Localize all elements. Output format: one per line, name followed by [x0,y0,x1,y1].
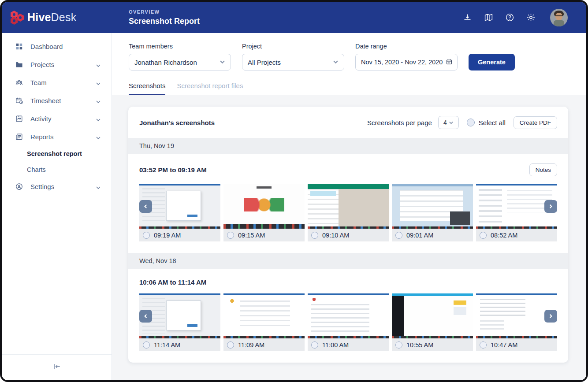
sidebar-item-label: Timesheet [30,97,61,104]
screenshot-image[interactable] [308,293,389,338]
sidebar-item-label: Team [30,79,47,86]
screenshot-image[interactable] [392,293,473,338]
sidebar-item-label: Projects [30,61,54,68]
screenshot-time: 11:09 AM [238,341,264,349]
user-avatar[interactable] [550,9,568,26]
time-group-header: 03:52 PM to 09:19 AM Notes [139,163,557,176]
tab-screenshots[interactable]: Screenshots [129,82,165,95]
page-title: Screenshot Report [129,17,200,26]
map-icon[interactable] [484,13,493,22]
chevron-right-icon [548,314,553,319]
team-icon [15,78,23,87]
screenshot-thumbnail[interactable]: 08:52 AM [476,184,557,241]
sidebar-item-settings[interactable]: Settings [2,178,112,196]
screenshots-panel: Jonathan's screenshots Screenshots per p… [128,107,568,363]
chevron-down-icon [96,62,101,67]
screenshot-image[interactable] [223,184,305,229]
project-label: Project [242,43,344,50]
page-heading: OVERVIEW Screenshot Report [129,9,200,26]
help-icon[interactable] [505,13,514,22]
brand-name: HiveDesk [27,11,76,24]
select-all-checkbox[interactable] [467,119,475,126]
folder-icon [15,60,23,69]
sidebar: Dashboard Projects Team Timesheet Activi… [2,33,112,380]
screenshot-checkbox[interactable] [227,341,234,349]
select-all-control[interactable]: Select all [467,119,506,126]
screenshot-thumbnail[interactable]: 09:01 AM [392,184,473,241]
settings-icon[interactable] [526,13,536,22]
team-members-label: Team members [129,43,231,50]
screenshot-footer: 09:10 AM [308,229,389,241]
notes-button[interactable]: Notes [529,163,557,176]
sidebar-item-dashboard[interactable]: Dashboard [2,37,112,56]
screenshot-footer: 11:09 AM [223,338,305,351]
screenshot-time: 09:10 AM [322,232,349,239]
screenshot-thumbnail[interactable]: 11:00 AM [308,293,389,351]
sidebar-item-projects[interactable]: Projects [2,56,112,74]
sidebar-item-timesheet[interactable]: Timesheet [2,92,112,110]
activity-icon [15,115,23,123]
screenshot-checkbox[interactable] [311,341,318,349]
screenshot-footer: 11:00 AM [308,338,389,351]
screenshot-thumbnail[interactable]: 09:15 AM [223,184,305,241]
screenshot-checkbox[interactable] [480,341,487,349]
screenshot-time: 10:55 AM [406,341,433,349]
screenshot-checkbox[interactable] [227,232,234,239]
brand-logo[interactable]: HiveDesk [2,10,112,25]
time-range-title: 10:06 AM to 11:14 AM [139,278,206,286]
next-arrow-button[interactable] [544,200,557,213]
team-members-select[interactable]: Jonathan Richardson [129,54,231,70]
per-page-value: 4 [443,119,447,126]
screenshot-checkbox[interactable] [143,341,150,349]
screenshot-thumbnail[interactable]: 09:19 AM [139,184,220,241]
project-select[interactable]: All Projects [242,54,344,70]
chevron-down-icon [96,98,101,104]
date-range-value: Nov 15, 2020 - Nov 22, 2020 [361,59,446,66]
project-value: All Projects [248,59,333,66]
download-icon[interactable] [463,13,472,22]
project-filter: Project All Projects [242,43,344,70]
screenshot-thumbnail[interactable]: 11:09 AM [223,293,305,351]
sidebar-item-team[interactable]: Team [2,74,112,92]
screenshot-thumbnail[interactable]: 09:10 AM [308,184,389,241]
screenshot-thumbnail[interactable]: 11:14 AM [139,293,220,351]
next-arrow-button[interactable] [544,310,557,323]
screenshot-checkbox[interactable] [395,341,402,349]
previous-arrow-button[interactable] [139,200,152,213]
date-range-input[interactable]: Nov 15, 2020 - Nov 22, 2020 [355,54,458,70]
tab-screenshot-report-files[interactable]: Screenshot report files [177,82,243,95]
per-page-select[interactable]: 4 [438,116,459,129]
generate-button[interactable]: Generate [469,54,515,70]
previous-arrow-button[interactable] [139,310,152,323]
screenshot-checkbox[interactable] [143,232,150,239]
sidebar-item-reports[interactable]: Reports [2,128,112,146]
team-members-filter: Team members Jonathan Richardson [129,43,231,70]
sidebar-item-label: Settings [30,183,54,190]
screenshot-image[interactable] [308,184,389,229]
screenshot-image[interactable] [223,293,305,338]
screenshot-footer: 10:47 AM [476,338,557,351]
date-range-filter: Date range Nov 15, 2020 - Nov 22, 2020 [355,43,458,70]
sidebar-footer [2,354,112,380]
user-settings-icon [15,182,23,191]
main-content: Team members Jonathan Richardson Project… [112,33,586,380]
screenshot-checkbox[interactable] [480,232,487,239]
screenshot-thumbnail[interactable]: 10:47 AM [476,293,557,351]
screenshot-checkbox[interactable] [311,232,318,239]
sidebar-item-label: Dashboard [30,43,63,50]
collapse-sidebar-icon[interactable] [51,361,63,372]
screenshot-time: 10:47 AM [491,341,517,349]
sidebar-item-label: Reports [30,133,54,141]
sidebar-item-charts[interactable]: Charts [2,162,112,178]
day-header: Wed, Nov 18 [128,253,568,269]
sidebar-item-activity[interactable]: Activity [2,110,112,128]
sidebar-nav: Dashboard Projects Team Timesheet Activi… [2,33,112,354]
screenshot-footer: 09:19 AM [139,229,220,241]
create-pdf-button[interactable]: Create PDF [514,116,557,129]
screenshot-time: 09:19 AM [154,232,181,239]
screenshot-thumbnail[interactable]: 10:55 AM [392,293,473,351]
sidebar-item-screenshot-report[interactable]: Screenshot report [2,146,112,162]
screenshot-checkbox[interactable] [395,232,402,239]
sidebar-item-label: Activity [30,115,52,122]
screenshot-image[interactable] [392,184,473,229]
